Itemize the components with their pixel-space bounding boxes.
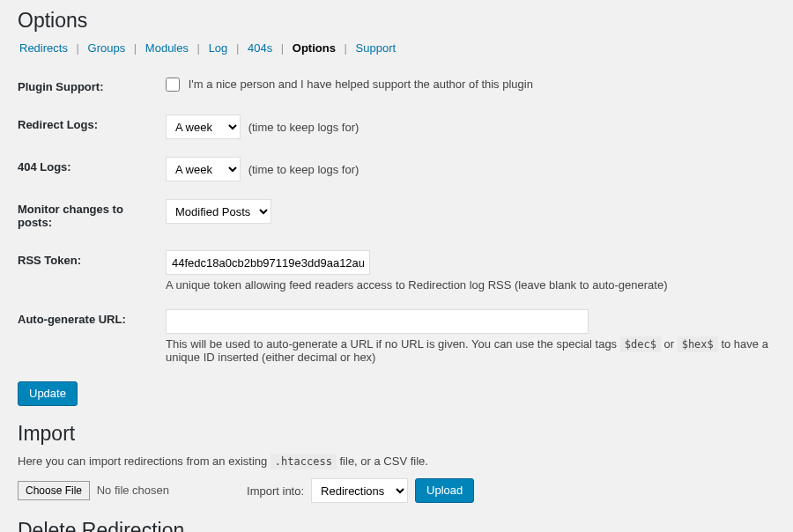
rss-token-label: RSS Token: <box>18 241 166 300</box>
file-chosen-status: No file chosen <box>97 484 169 497</box>
tab-support[interactable]: Support <box>354 41 398 55</box>
code-htaccess: .htaccess <box>271 454 337 469</box>
rss-token-help: A unique token allowing feed readers acc… <box>166 278 775 292</box>
update-button[interactable]: Update <box>18 381 78 406</box>
tab-404s[interactable]: 404s <box>246 41 274 55</box>
plugin-support-checkbox[interactable] <box>166 78 180 92</box>
upload-button[interactable]: Upload <box>415 478 474 503</box>
code-hex: $hex$ <box>678 336 718 352</box>
autogen-url-label: Auto-generate URL: <box>18 300 166 373</box>
page-title: Options <box>18 9 775 33</box>
404-logs-select[interactable]: A week <box>166 157 241 181</box>
redirect-logs-label: Redirect Logs: <box>18 106 166 148</box>
tab-log[interactable]: Log <box>207 41 230 55</box>
options-form: Plugin Support: I'm a nice person and I … <box>18 68 775 373</box>
import-into-select[interactable]: Redirections <box>311 478 408 503</box>
code-dec: $dec$ <box>620 336 661 352</box>
404-logs-label: 404 Logs: <box>18 148 166 190</box>
tab-nav: Redirects | Groups | Modules | Log | 404… <box>18 41 775 55</box>
redirect-logs-desc: (time to keep logs for) <box>248 121 359 134</box>
delete-heading: Delete Redirection <box>18 519 775 532</box>
autogen-url-help: This will be used to auto-generate a URL… <box>166 337 775 364</box>
import-into-label: Import into: <box>247 484 304 498</box>
monitor-select[interactable]: Modified Posts <box>166 199 271 224</box>
404-logs-desc: (time to keep logs for) <box>248 163 359 176</box>
import-heading: Import <box>18 422 775 446</box>
autogen-url-input[interactable] <box>166 309 589 334</box>
rss-token-input[interactable] <box>166 250 370 275</box>
plugin-support-text: I'm a nice person and I have helped supp… <box>189 78 533 91</box>
plugin-support-label: Plugin Support: <box>18 68 166 106</box>
tab-groups[interactable]: Groups <box>86 41 128 55</box>
choose-file-button[interactable]: Choose File <box>18 481 90 500</box>
monitor-label: Monitor changes to posts: <box>18 190 166 241</box>
import-intro: Here you can import redirections from an… <box>18 454 775 468</box>
tab-redirects[interactable]: Redirects <box>18 41 70 55</box>
tab-options[interactable]: Options <box>291 41 337 55</box>
redirect-logs-select[interactable]: A week <box>166 115 241 139</box>
tab-modules[interactable]: Modules <box>144 41 190 55</box>
